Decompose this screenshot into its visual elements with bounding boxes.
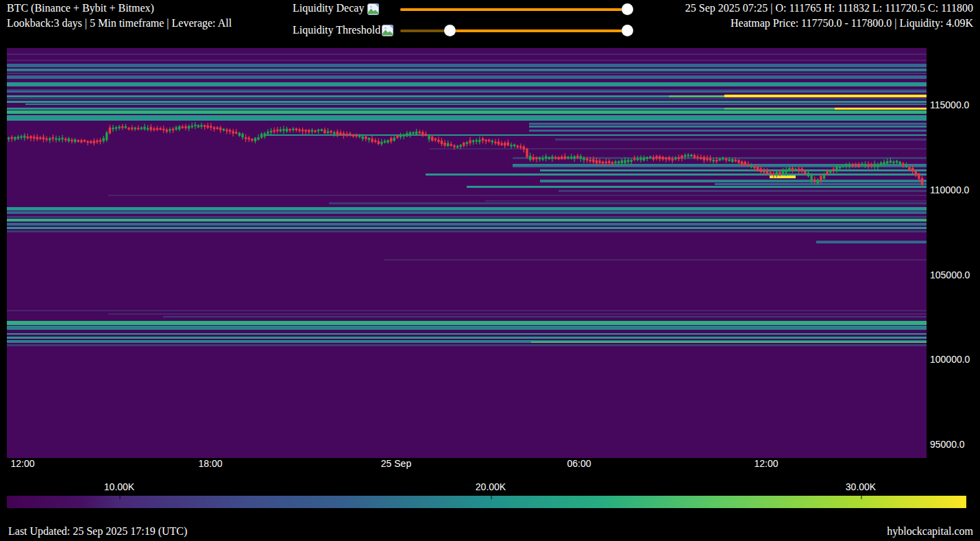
liquidity-colorbar: [7, 496, 966, 508]
time-tick-label: 12:00: [10, 458, 34, 469]
liquidity-threshold-label: Liquidity Threshold: [293, 24, 380, 36]
price-tick-label: 95000.0: [930, 439, 978, 450]
threshold-track-fill: [450, 29, 628, 32]
chart-title: BTC (Binance + Bybit + Bitmex): [7, 2, 154, 14]
last-updated-text: Last Updated: 25 Sep 2025 17:19 (UTC): [8, 525, 187, 538]
heatmap-hover-readout: Heatmap Price: 117750.0 - 117800.0 | Liq…: [731, 17, 973, 29]
price-tick-label: 105000.0: [930, 269, 978, 280]
site-watermark: hyblockcapital.com: [887, 525, 973, 538]
colorbar-tick-mark: [491, 496, 492, 499]
candlestick-layer: [7, 48, 927, 458]
liquidity-threshold-high-handle[interactable]: [622, 25, 633, 36]
colorbar-tick-mark: [861, 496, 862, 499]
liquidity-decay-slider[interactable]: [400, 8, 628, 11]
price-tick-label: 100000.0: [930, 354, 978, 365]
time-tick-label: 25 Sep: [381, 458, 411, 469]
time-tick-label: 18:00: [198, 458, 222, 469]
price-tick-label: 115000.0: [930, 99, 978, 110]
colorbar-tick-label: 30.00K: [846, 481, 876, 492]
price-tick-label: 110000.0: [930, 184, 978, 195]
liquidity-decay-label: Liquidity Decay: [293, 2, 364, 14]
decay-track-fill: [400, 8, 628, 11]
colorbar-tick-label: 10.00K: [104, 481, 134, 492]
ohlc-readout: 25 Sep 2025 07:25 | O: 111765 H: 111832 …: [685, 2, 973, 14]
image-placeholder-icon: [367, 3, 379, 18]
time-tick-label: 12:00: [754, 458, 778, 469]
time-tick-label: 06:00: [567, 458, 591, 469]
liquidity-threshold-slider[interactable]: [400, 29, 628, 32]
chart-subtitle: Lookback:3 days | 5 Min timeframe | Leve…: [7, 17, 232, 29]
liquidity-decay-handle[interactable]: [622, 3, 633, 15]
colorbar-tick-mark: [119, 496, 121, 499]
heatmap-plot[interactable]: [7, 48, 927, 458]
image-placeholder-icon: [382, 25, 393, 39]
colorbar-tick-label: 20.00K: [476, 481, 506, 492]
liquidity-threshold-low-handle[interactable]: [444, 25, 456, 36]
